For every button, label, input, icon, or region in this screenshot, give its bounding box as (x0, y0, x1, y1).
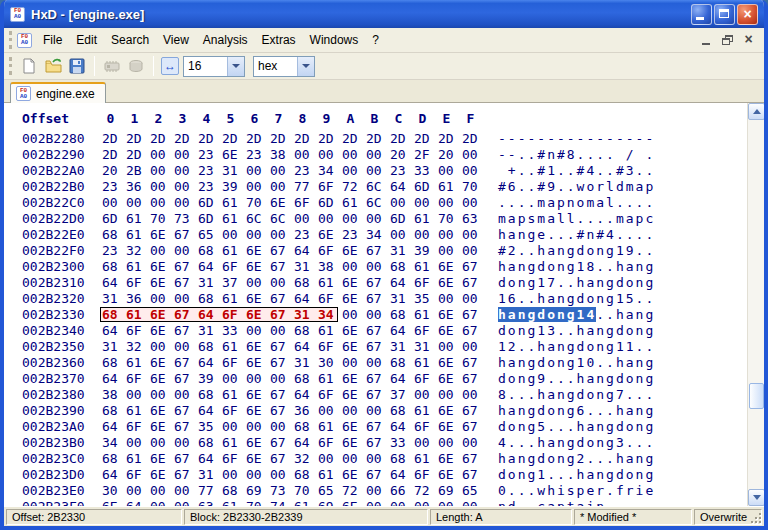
ascii-column[interactable]: 16..hangdong15.. (498, 291, 655, 307)
hex-byte[interactable]: 64 (102, 323, 119, 339)
hex-byte[interactable]: 65 (462, 483, 479, 499)
hex-byte[interactable]: 00 (318, 403, 335, 419)
hex-byte[interactable]: 6E (438, 451, 455, 467)
hex-byte[interactable]: 00 (174, 147, 191, 163)
hex-byte[interactable]: 39 (198, 371, 215, 387)
minimize-button[interactable] (691, 4, 712, 25)
hex-byte[interactable]: 67 (270, 243, 287, 259)
hex-byte[interactable]: 68 (102, 259, 119, 275)
hex-byte[interactable]: 6F (414, 371, 431, 387)
hex-byte[interactable]: 67 (366, 387, 383, 403)
hex-byte[interactable]: 00 (174, 243, 191, 259)
ascii-column[interactable]: #2..hangdong19.. (498, 243, 655, 259)
hex-byte[interactable]: 6C (270, 211, 287, 227)
hex-byte[interactable]: 6F (414, 275, 431, 291)
hex-byte[interactable]: 6F (414, 467, 431, 483)
hex-byte[interactable]: 31 (294, 355, 311, 371)
hex-byte[interactable]: 68 (102, 227, 119, 243)
hex-byte[interactable]: 68 (198, 387, 215, 403)
hex-byte[interactable]: 68 (294, 467, 311, 483)
hex-byte[interactable]: 67 (366, 275, 383, 291)
hex-byte[interactable]: 36 (294, 403, 311, 419)
hex-byte[interactable]: 69 (438, 483, 455, 499)
hex-byte[interactable]: 74 (270, 499, 287, 506)
hex-byte[interactable]: 00 (438, 499, 455, 506)
mdi-restore-button[interactable] (720, 34, 735, 47)
hex-byte[interactable]: 6E (246, 451, 263, 467)
hex-byte[interactable]: 37 (390, 387, 407, 403)
ascii-text[interactable]: nd..captain..... (498, 499, 655, 506)
hex-byte[interactable]: 38 (270, 147, 287, 163)
hex-byte[interactable]: 6F (222, 259, 239, 275)
hex-byte[interactable]: 00 (270, 275, 287, 291)
hex-byte[interactable]: 00 (462, 243, 479, 259)
hex-byte[interactable]: 2D (126, 147, 143, 163)
hex-byte[interactable]: 00 (366, 147, 383, 163)
hex-byte[interactable]: 6F (318, 435, 335, 451)
hex-byte[interactable]: 67 (366, 467, 383, 483)
hex-byte[interactable]: 6E (246, 243, 263, 259)
hex-byte[interactable]: 00 (462, 435, 479, 451)
hex-byte[interactable]: 77 (198, 483, 215, 499)
hex-byte[interactable]: 00 (366, 451, 383, 467)
hex-byte[interactable]: 63 (462, 211, 479, 227)
hex-byte[interactable]: 67 (462, 275, 479, 291)
hex-byte[interactable]: 6E (150, 403, 167, 419)
hex-byte[interactable]: 31 (198, 323, 215, 339)
hex-byte[interactable]: 65 (198, 227, 215, 243)
save-button[interactable] (65, 55, 89, 78)
hex-byte-selected[interactable]: 64 (198, 308, 215, 322)
hex-byte[interactable]: 6E (342, 419, 359, 435)
ascii-text[interactable]: +..#1..#4..#3.. (498, 163, 655, 178)
ascii-column[interactable]: dong17..hangdong (498, 275, 655, 291)
hex-byte[interactable]: 30 (102, 483, 119, 499)
hex-byte[interactable]: 61 (126, 355, 143, 371)
hex-byte[interactable]: 6E (438, 403, 455, 419)
hex-byte[interactable]: 00 (174, 387, 191, 403)
hex-byte[interactable]: 00 (438, 195, 455, 211)
hex-byte[interactable]: 31 (294, 259, 311, 275)
hex-byte[interactable]: 00 (246, 179, 263, 195)
selected-ascii[interactable]: hangdong14 (498, 307, 596, 322)
hex-byte[interactable]: 61 (126, 227, 143, 243)
hex-byte[interactable]: 00 (150, 483, 167, 499)
ascii-column[interactable]: dong5...hangdong (498, 419, 655, 435)
hex-byte[interactable]: 6D (102, 211, 119, 227)
hex-byte[interactable]: 00 (174, 179, 191, 195)
hex-byte[interactable]: 6F (318, 243, 335, 259)
hex-byte[interactable]: 67 (174, 355, 191, 371)
hex-byte[interactable]: 31 (102, 291, 119, 307)
scroll-down-button[interactable] (748, 489, 765, 506)
hex-byte[interactable]: 2D (390, 131, 407, 147)
hex-byte[interactable]: 64 (294, 387, 311, 403)
hex-byte[interactable]: 00 (102, 195, 119, 211)
hex-byte[interactable]: 20 (102, 163, 119, 179)
hex-byte[interactable]: 6E (342, 387, 359, 403)
hex-byte[interactable]: 00 (342, 147, 359, 163)
ascii-text[interactable]: 8...hangdong7... (498, 387, 655, 402)
hex-byte[interactable]: 64 (390, 323, 407, 339)
ascii-column[interactable]: hangdong6...hang (498, 403, 655, 419)
hex-byte[interactable]: 2D (438, 131, 455, 147)
hex-byte[interactable]: 61 (414, 307, 431, 323)
hex-byte[interactable]: 00 (270, 323, 287, 339)
hex-byte[interactable]: 64 (390, 467, 407, 483)
hex-byte[interactable]: 00 (246, 419, 263, 435)
hex-byte[interactable]: 00 (462, 195, 479, 211)
hex-byte[interactable]: 00 (342, 307, 359, 323)
hex-byte[interactable]: 00 (246, 227, 263, 243)
hex-byte[interactable]: 2D (222, 131, 239, 147)
hex-byte[interactable]: 72 (414, 483, 431, 499)
hex-byte[interactable]: 67 (462, 259, 479, 275)
ascii-text[interactable]: 4...hangdong3... (498, 435, 655, 450)
hex-byte[interactable]: 67 (462, 307, 479, 323)
hex-byte[interactable]: 00 (174, 195, 191, 211)
hex-byte[interactable]: 67 (366, 243, 383, 259)
hex-byte[interactable]: 61 (318, 419, 335, 435)
hex-byte[interactable]: 2D (366, 131, 383, 147)
hex-byte[interactable]: 00 (318, 211, 335, 227)
hex-byte[interactable]: 00 (246, 163, 263, 179)
hex-byte[interactable]: 6D (414, 179, 431, 195)
hex-byte-selected[interactable]: 6E (150, 308, 167, 322)
hex-byte[interactable]: 61 (222, 211, 239, 227)
